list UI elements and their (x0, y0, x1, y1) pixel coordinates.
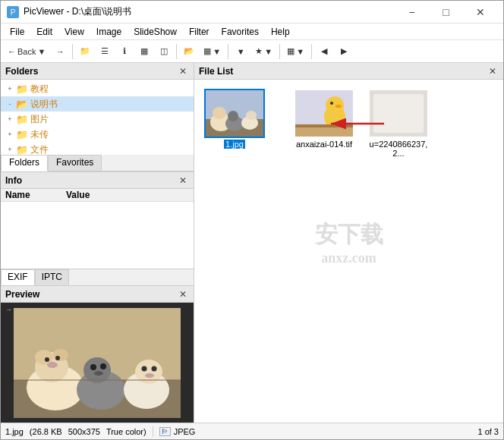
file-thumb-u2240 (368, 89, 429, 138)
folders-tree[interactable]: + 📁 教程 - 📂 说明书 + 📁 图片 + (1, 80, 194, 155)
info-close-button[interactable]: ✕ (177, 174, 189, 187)
close-button[interactable]: ✕ (463, 1, 497, 24)
folder2-button[interactable]: 📂 (180, 42, 198, 61)
copy-button[interactable]: ▦ (135, 42, 153, 61)
file-list-area[interactable]: 1.jpg (194, 80, 503, 423)
folders-close-button[interactable]: ✕ (177, 65, 189, 77)
svg-point-14 (100, 363, 106, 369)
preview-close-button[interactable]: ✕ (177, 288, 189, 300)
tab-folders[interactable]: Folders (1, 155, 48, 171)
info-tab-exif[interactable]: EXIF (1, 269, 35, 285)
menu-image[interactable]: Image (90, 25, 128, 39)
menu-file[interactable]: File (4, 25, 30, 39)
titlebar: P PicViewer - D:\桌面\说明书 − □ ✕ (1, 1, 503, 24)
menu-filter[interactable]: Filter (183, 25, 216, 39)
status-format: JPEG (174, 427, 196, 436)
info-table: Name Value (1, 189, 194, 269)
expand-icon: + (4, 130, 16, 138)
info-title: Info (5, 175, 22, 186)
layout-button[interactable]: ▦ ▼ (283, 42, 308, 61)
grid-button[interactable]: ▦ ▼ (200, 42, 225, 61)
file-list-close-button[interactable]: ✕ (487, 65, 499, 77)
tree-item-jiaocheng[interactable]: + 📁 教程 (1, 81, 194, 96)
toolbar-separator-4 (279, 44, 280, 59)
toolbar: ← Back ▼ → 📁 ☰ ℹ ▦ ◫ 📂 ▦ ▼ (1, 40, 503, 63)
next-icon: ▶ (341, 46, 347, 56)
star-button[interactable]: ★ ▼ (251, 42, 276, 61)
tab-favorites[interactable]: Favorites (48, 155, 102, 171)
tree-item-shuomingshu[interactable]: - 📂 说明书 (1, 96, 194, 112)
file-item-u2240[interactable]: u=2240866237,2... (364, 86, 433, 161)
svg-rect-40 (373, 94, 424, 133)
preview-title: Preview (5, 289, 39, 300)
folders-panel: Folders ✕ + 📁 教程 - 📂 说明书 + (1, 63, 194, 172)
tree-item-label: 文件 (30, 143, 49, 156)
prev-button[interactable]: ◀ (315, 42, 333, 61)
back-label: Back (17, 47, 36, 56)
tree-item-label: 教程 (30, 83, 49, 96)
svg-point-29 (246, 111, 257, 120)
folder2-icon: 📂 (184, 46, 194, 56)
file-thumb-anxaizai (294, 89, 354, 138)
preview-image-area: → (1, 303, 194, 423)
tree-item-wenjian[interactable]: + 📁 文件 (1, 142, 194, 155)
maximize-button[interactable]: □ (429, 1, 463, 24)
folder-icon: 📁 (80, 46, 90, 56)
file-item-anxaizai[interactable]: anxaizai-014.tif (290, 86, 358, 161)
filter-button[interactable]: ▼ (232, 42, 250, 61)
prev-icon: ◀ (321, 46, 327, 56)
menu-favorites[interactable]: Favorites (216, 25, 265, 39)
star-dropdown-icon: ▼ (264, 47, 272, 56)
forward-button[interactable]: → (51, 42, 69, 61)
status-filesize: (26.8 KB (30, 427, 62, 436)
view-icon: ◫ (160, 46, 168, 56)
file-item-1jpg[interactable]: 1.jpg (200, 86, 269, 161)
tree-item-tupian[interactable]: + 📁 图片 (1, 112, 194, 127)
toolbar-separator-1 (72, 44, 73, 59)
svg-point-9 (55, 356, 60, 360)
menu-help[interactable]: Help (265, 25, 296, 39)
main-window: P PicViewer - D:\桌面\说明书 − □ ✕ File Edit … (0, 0, 504, 440)
svg-point-35 (330, 102, 333, 105)
layout-dropdown-icon: ▼ (296, 47, 304, 56)
list-view-button[interactable]: ☰ (96, 42, 114, 61)
minimize-button[interactable]: − (395, 1, 429, 24)
status-dimensions: 500x375 (68, 427, 100, 436)
expand-icon: + (4, 85, 16, 93)
svg-rect-38 (295, 124, 353, 127)
menu-view[interactable]: View (58, 25, 90, 39)
expand-icon: - (4, 100, 16, 108)
thumb-image-1jpg (206, 90, 263, 137)
tree-item-label: 未传 (30, 128, 49, 141)
preview-panel: Preview ✕ (1, 286, 194, 423)
info-tabs: EXIF IPTC (1, 269, 194, 285)
view-button[interactable]: ◫ (155, 42, 173, 61)
next-button[interactable]: ▶ (335, 42, 353, 61)
thumb-image-anxaizai (295, 90, 353, 137)
grid-dropdown-icon: ▼ (213, 47, 221, 56)
status-filename: 1.jpg (5, 427, 24, 436)
info-button[interactable]: ℹ (115, 42, 134, 61)
status-separator (153, 426, 153, 437)
menu-edit[interactable]: Edit (30, 25, 58, 39)
layout-icon: ▦ (287, 46, 295, 56)
grid-icon: ▦ (203, 46, 211, 56)
folder-icon: 📁 (16, 144, 28, 156)
expand-icon: + (4, 115, 16, 123)
left-panel: Folders ✕ + 📁 教程 - 📂 说明书 + (1, 63, 194, 423)
folder-button[interactable]: 📁 (76, 42, 94, 61)
svg-point-19 (152, 366, 157, 371)
thumb-image-u2240 (370, 90, 427, 137)
info-tab-iptc[interactable]: IPTC (35, 269, 69, 285)
preview-panel-header: Preview ✕ (1, 286, 194, 303)
svg-point-8 (45, 357, 49, 362)
tree-item-weichuan[interactable]: + 📁 未传 (1, 127, 194, 142)
menu-slideshow[interactable]: SlideShow (128, 25, 183, 39)
back-arrow-icon: ← (8, 47, 16, 56)
back-button[interactable]: ← Back ▼ (4, 42, 49, 61)
expand-icon: + (4, 146, 16, 153)
preview-image (14, 308, 181, 418)
file-list-title: File List (199, 66, 233, 77)
info-panel-header: Info ✕ (1, 172, 194, 189)
titlebar-controls: − □ ✕ (395, 1, 497, 24)
